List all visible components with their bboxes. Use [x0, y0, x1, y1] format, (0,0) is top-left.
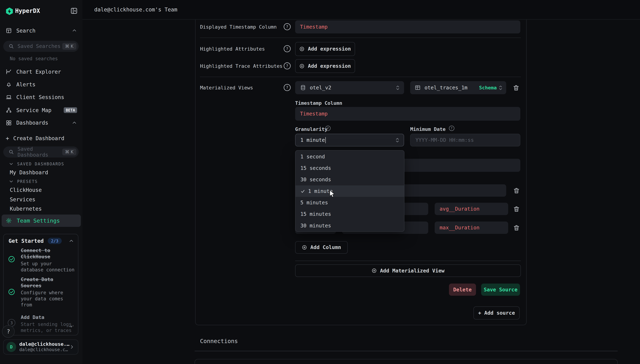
- sidebar-link-services[interactable]: Services: [10, 196, 36, 202]
- dropdown-option[interactable]: 15 minutes: [296, 208, 404, 220]
- connections-panel: [195, 359, 617, 364]
- dropdown-option[interactable]: 30 minutes: [296, 220, 404, 231]
- connections-heading: Connections: [200, 338, 238, 344]
- user-email: dale@clickhouse.c…: [19, 347, 69, 352]
- delete-column-icon[interactable]: [513, 206, 520, 212]
- get-started-progress-badge: 2/3: [48, 238, 62, 244]
- column-alias-input[interactable]: avg__Duration: [435, 203, 508, 215]
- minimum-date-label: Minimum Date: [410, 126, 446, 132]
- plus-circle-icon: [299, 46, 305, 52]
- sidebar-item-dashboards[interactable]: Dashboards: [0, 118, 83, 128]
- save-source-button[interactable]: Save Source: [481, 284, 520, 296]
- get-started-title: Get Started: [9, 238, 44, 244]
- database-select[interactable]: otel_v2: [295, 81, 404, 94]
- sidebar-item-team-settings[interactable]: Team Settings: [2, 214, 81, 227]
- get-started-step-1[interactable]: Connect to ClickHouse Set up your databa…: [21, 247, 76, 273]
- table-icon: [415, 84, 421, 91]
- dropdown-option[interactable]: 15 seconds: [296, 162, 404, 174]
- get-started-panel: Get Started 2/3 Connect to ClickHouse Se…: [3, 234, 78, 336]
- table-select-value: otel_traces_1m: [424, 85, 467, 91]
- create-dashboard-button[interactable]: + Create Dashboard: [0, 133, 83, 144]
- add-column-button[interactable]: Add Column: [295, 241, 348, 254]
- search-icon: [9, 44, 14, 49]
- sidebar-link-clickhouse[interactable]: ClickHouse: [10, 187, 42, 193]
- delete-source-button[interactable]: Delete: [449, 284, 476, 296]
- sidebar-item-chart-explorer[interactable]: Chart Explorer: [0, 66, 83, 77]
- plus-circle-icon: [299, 64, 305, 69]
- minimum-date-input[interactable]: YYYY-MM-DD HH:mm:ss: [410, 134, 520, 146]
- schema-badge[interactable]: Schema: [479, 85, 497, 90]
- sidebar-item-client-sessions[interactable]: Client Sessions: [0, 92, 83, 102]
- arrow-right-icon: →: [69, 323, 72, 329]
- sidebar-item-service-map[interactable]: Service Map BETA: [0, 105, 83, 115]
- add-materialized-view-button[interactable]: Add Materialized View: [295, 264, 521, 277]
- delete-materialized-view-icon[interactable]: [513, 84, 520, 91]
- section-saved-dashboards[interactable]: SAVED DASHBOARDS: [9, 162, 64, 166]
- sidebar-item-search[interactable]: Search: [0, 25, 83, 36]
- search-icon: [9, 149, 14, 155]
- dropdown-option[interactable]: 30 seconds: [296, 174, 404, 186]
- get-started-step-3[interactable]: Add Data Start sending logs, metrics, or…: [21, 314, 76, 334]
- delete-column-icon[interactable]: [513, 224, 520, 231]
- section-presets[interactable]: PRESETS: [9, 179, 38, 184]
- laptop-icon: [6, 94, 12, 100]
- page-header: dale@clickhouse.com's Team: [83, 0, 640, 20]
- chevron-down-icon: [9, 179, 14, 184]
- timestamp-column-label: Timestamp Column: [295, 100, 342, 106]
- hyperdx-logo-icon: [5, 7, 14, 16]
- column-alias-input[interactable]: max__Duration: [435, 222, 508, 234]
- granularity-dropdown: 1 second 15 seconds 30 seconds 1 minute …: [295, 150, 405, 232]
- add-source-button[interactable]: + Add source: [473, 306, 520, 320]
- saved-dashboards-input[interactable]: Saved Dashboards ⌘ K: [3, 146, 79, 158]
- user-menu[interactable]: D dale@clickhouse.… dale@clickhouse.c…: [3, 340, 78, 354]
- cmd-k-shortcut: ⌘ K: [62, 43, 76, 50]
- divider: [200, 77, 521, 77]
- help-icon: ?: [284, 23, 291, 30]
- cmd-k-shortcut: ⌘ K: [62, 148, 76, 155]
- dropdown-option-selected[interactable]: 1 minute: [296, 186, 404, 197]
- chart-explorer-icon: [6, 69, 12, 75]
- chevron-up-icon[interactable]: [69, 238, 74, 243]
- chevron-up-icon: [72, 28, 77, 33]
- mouse-cursor: [329, 190, 336, 199]
- team-settings-label: Team Settings: [17, 218, 60, 224]
- select-chevrons-icon: [498, 85, 503, 91]
- help-icon: ?: [449, 126, 454, 131]
- bell-icon: [6, 81, 12, 88]
- sidebar-link-kubernetes[interactable]: Kubernetes: [10, 206, 42, 212]
- granularity-combobox[interactable]: 1 minute: [295, 134, 404, 146]
- page-title: dale@clickhouse.com's Team: [94, 6, 177, 13]
- plus-circle-icon: [371, 268, 377, 273]
- chevron-down-icon: [9, 162, 14, 166]
- help-button[interactable]: ?: [2, 325, 15, 338]
- sidebar-link-my-dashboard[interactable]: My Dashboard: [10, 169, 48, 176]
- dropdown-option[interactable]: 5 minutes: [296, 197, 404, 208]
- chevron-right-icon: [69, 344, 74, 349]
- sidebar-item-alerts[interactable]: Alerts: [0, 79, 83, 90]
- highlighted-trace-attributes-label: Highlighted Trace Attributes: [200, 63, 282, 69]
- timestamp-column-input[interactable]: Timestamp: [295, 107, 520, 121]
- check-circle-icon: [8, 288, 16, 296]
- sidebar: HyperDX Search Saved Searches ⌘ K No sav…: [0, 0, 83, 364]
- select-chevrons-icon: [395, 85, 400, 91]
- saved-searches-placeholder: Saved Searches: [18, 43, 62, 49]
- saved-searches-input[interactable]: Saved Searches ⌘ K: [3, 41, 79, 52]
- add-expression-button[interactable]: Add expression: [295, 42, 355, 56]
- get-started-step-2[interactable]: Create Data Sources Configure where your…: [21, 276, 76, 308]
- delete-column-icon[interactable]: [513, 187, 520, 194]
- add-expression-button[interactable]: Add expression: [295, 59, 355, 73]
- app-root: HyperDX Search Saved Searches ⌘ K No sav…: [0, 0, 640, 364]
- dropdown-option[interactable]: 1 second: [296, 151, 404, 162]
- divider: [200, 38, 521, 38]
- app-title: HyperDX: [15, 7, 40, 14]
- database-select-value: otel_v2: [310, 85, 331, 91]
- collapse-sidebar-icon[interactable]: [70, 7, 78, 15]
- help-icon: ?: [284, 45, 291, 52]
- table-select[interactable]: otel_traces_1m Schema: [410, 81, 506, 94]
- search-section-icon: [6, 28, 12, 34]
- check-icon: [300, 189, 305, 194]
- displayed-timestamp-column-input[interactable]: Timestamp: [295, 20, 520, 34]
- granularity-label: Granularity: [295, 126, 328, 132]
- divider: [295, 261, 521, 261]
- minimum-date-placeholder: YYYY-MM-DD HH:mm:ss: [415, 137, 474, 143]
